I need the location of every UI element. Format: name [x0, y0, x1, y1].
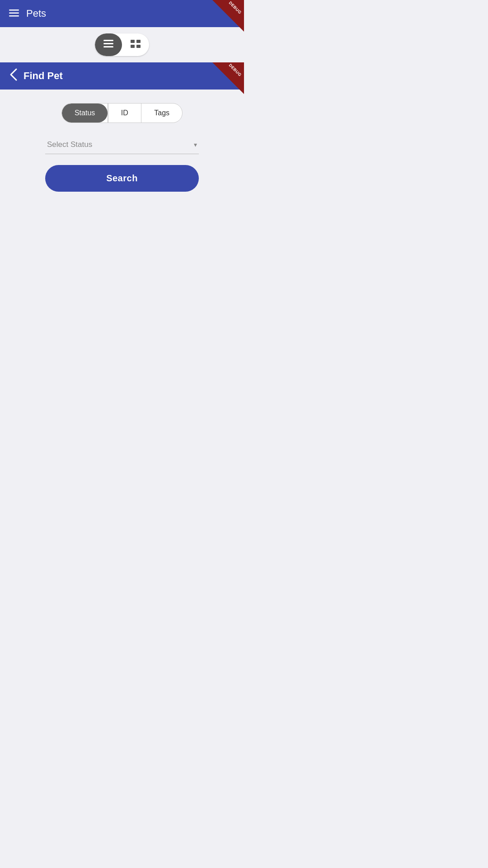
status-dropdown-placeholder: Select Status [47, 140, 92, 149]
svg-rect-8 [131, 45, 135, 48]
svg-rect-6 [131, 40, 135, 43]
chevron-down-icon: ▾ [194, 141, 197, 148]
debug-ribbon-top-label: DEBUG [228, 0, 243, 15]
search-tabs: Status ID Tags [61, 103, 183, 123]
sub-header-title: Find Pet [23, 70, 63, 82]
app-bar: DEBUG Pets [0, 0, 244, 27]
grid-view-icon [131, 40, 141, 50]
svg-rect-2 [9, 15, 19, 17]
debug-ribbon-sub: DEBUG [212, 62, 244, 94]
debug-ribbon-top: DEBUG [212, 0, 244, 32]
tab-id[interactable]: ID [108, 104, 141, 123]
svg-rect-5 [103, 46, 113, 47]
sub-header: DEBUG Find Pet [0, 62, 244, 90]
list-view-icon [103, 40, 113, 50]
status-dropdown[interactable]: Select Status ▾ [45, 136, 199, 154]
tab-status[interactable]: Status [62, 104, 108, 123]
svg-rect-7 [136, 40, 141, 43]
menu-icon[interactable] [9, 9, 19, 19]
view-toggle-container [0, 27, 244, 62]
list-view-button[interactable] [95, 33, 122, 56]
svg-rect-0 [9, 9, 19, 11]
view-toggle [95, 33, 149, 56]
svg-rect-9 [136, 45, 141, 48]
debug-ribbon-sub-label: DEBUG [228, 63, 243, 77]
svg-rect-3 [103, 40, 113, 41]
svg-rect-1 [9, 13, 19, 14]
main-content: Status ID Tags Select Status ▾ Search [0, 90, 244, 205]
grid-view-button[interactable] [122, 33, 149, 56]
back-button[interactable] [9, 67, 18, 85]
app-title: Pets [26, 8, 46, 19]
search-button[interactable]: Search [45, 165, 199, 192]
tab-tags[interactable]: Tags [141, 104, 182, 123]
status-dropdown-container: Select Status ▾ [45, 136, 199, 154]
svg-rect-4 [103, 43, 113, 44]
